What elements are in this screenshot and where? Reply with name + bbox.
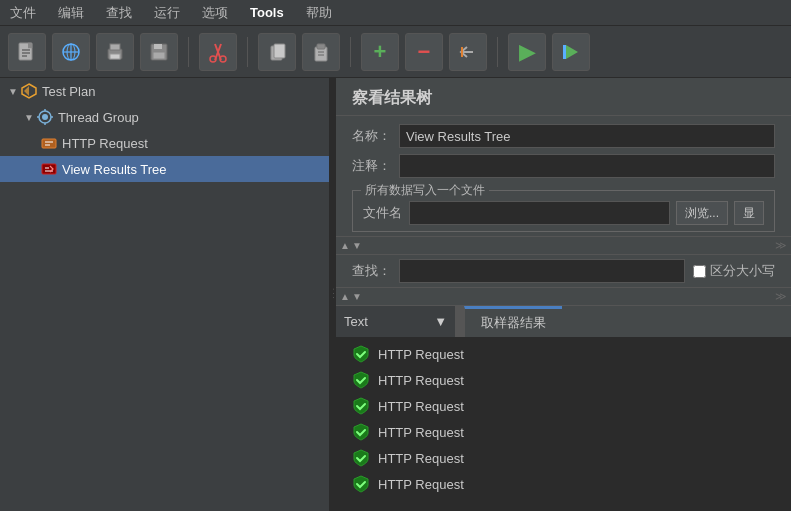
menu-find[interactable]: 查找: [102, 2, 136, 24]
result-text-4: HTTP Request: [378, 425, 464, 440]
scroll-down2[interactable]: ▼: [352, 291, 362, 302]
result-icon-3: [352, 397, 370, 415]
view-results-icon: [40, 160, 58, 178]
menu-edit[interactable]: 编辑: [54, 2, 88, 24]
result-item-6[interactable]: HTTP Request: [336, 471, 791, 497]
menu-tools[interactable]: Tools: [246, 3, 288, 22]
file-row: 文件名 浏览... 显: [363, 201, 764, 225]
svg-marker-26: [566, 45, 578, 59]
scroll-indicator-2: ▲ ▼ ≫: [336, 287, 791, 305]
name-label: 名称：: [352, 127, 391, 145]
scroll-down[interactable]: ▼: [352, 240, 362, 251]
svg-rect-13: [153, 52, 165, 59]
test-plan-icon: [20, 82, 38, 100]
dropdown-text: Text: [344, 314, 368, 329]
filename-input[interactable]: [409, 201, 670, 225]
result-item-3[interactable]: HTTP Request: [336, 393, 791, 419]
expand-arrow2: ▼: [24, 112, 34, 123]
svg-rect-10: [110, 54, 120, 59]
tree-panel: ▼ Test Plan ▼: [0, 78, 330, 511]
add-button[interactable]: +: [361, 33, 399, 71]
file-section-legend: 所有数据写入一个文件: [361, 182, 489, 199]
result-item-1[interactable]: HTTP Request: [336, 341, 791, 367]
open-button[interactable]: [52, 33, 90, 71]
menu-run[interactable]: 运行: [150, 2, 184, 24]
file-section: 所有数据写入一个文件 文件名 浏览... 显: [352, 190, 775, 232]
menu-help[interactable]: 帮助: [302, 2, 336, 24]
view-results-label: View Results Tree: [62, 162, 167, 177]
section-title: 察看结果树: [336, 78, 791, 116]
search-row: 查找： 区分大小写: [336, 254, 791, 287]
case-sensitive-checkbox[interactable]: [693, 265, 706, 278]
thread-group-icon: [36, 108, 54, 126]
tree-item-thread-group[interactable]: ▼ Thread Group: [0, 104, 329, 130]
copy-button[interactable]: [258, 33, 296, 71]
case-sensitive-area: 区分大小写: [693, 262, 775, 280]
cut-button[interactable]: [199, 33, 237, 71]
result-icon-2: [352, 371, 370, 389]
scroll-up[interactable]: ▲: [340, 240, 350, 251]
clear-button[interactable]: [449, 33, 487, 71]
http-request-icon: [40, 134, 58, 152]
result-icon-1: [352, 345, 370, 363]
menu-file[interactable]: 文件: [6, 2, 40, 24]
text-dropdown[interactable]: Text ▼: [336, 306, 456, 337]
toolbar: + − ▶: [0, 26, 791, 78]
dropdown-arrow-icon: ▼: [434, 314, 447, 329]
result-item-4[interactable]: HTTP Request: [336, 419, 791, 445]
result-text-1: HTTP Request: [378, 347, 464, 362]
svg-rect-36: [42, 139, 56, 148]
menu-options[interactable]: 选项: [198, 2, 232, 24]
svg-point-31: [42, 114, 48, 120]
tab-sampler-results[interactable]: 取样器结果: [464, 306, 562, 337]
svg-rect-9: [110, 44, 120, 50]
tree-item-test-plan[interactable]: ▼ Test Plan: [0, 78, 329, 104]
form-area: 名称： 注释：: [336, 116, 791, 186]
scroll-arrows-2[interactable]: ▲ ▼: [340, 291, 362, 302]
scroll-up2[interactable]: ▲: [340, 291, 350, 302]
result-item-2[interactable]: HTTP Request: [336, 367, 791, 393]
browse-button[interactable]: 浏览...: [676, 201, 728, 225]
paste-button[interactable]: [302, 33, 340, 71]
search-input[interactable]: [399, 259, 685, 283]
name-input[interactable]: [399, 124, 775, 148]
run-button[interactable]: ▶: [508, 33, 546, 71]
scroll-right-indicator: ≫: [775, 239, 787, 252]
display-button[interactable]: 显: [734, 201, 764, 225]
result-icon-5: [352, 449, 370, 467]
search-label: 查找：: [352, 262, 391, 280]
comment-row: 注释：: [352, 154, 775, 178]
scroll-indicator-1: ▲ ▼ ≫: [336, 236, 791, 254]
svg-rect-39: [42, 164, 56, 174]
result-item-5[interactable]: HTTP Request: [336, 445, 791, 471]
sep2: [247, 37, 248, 67]
case-sensitive-label: 区分大小写: [710, 262, 775, 280]
sep4: [497, 37, 498, 67]
svg-rect-19: [274, 44, 285, 58]
right-panel: 察看结果树 名称： 注释： 所有数据写入一个文件 文件名 浏览... 显: [336, 78, 791, 511]
minus-button[interactable]: −: [405, 33, 443, 71]
tree-item-view-results[interactable]: View Results Tree: [0, 156, 329, 182]
results-list: HTTP Request HTTP Request: [336, 337, 791, 511]
print-button[interactable]: [96, 33, 134, 71]
results-divider[interactable]: [456, 306, 464, 337]
result-icon-4: [352, 423, 370, 441]
dropdown-tab-row: Text ▼ 取样器结果: [336, 305, 791, 337]
main-layout: ▼ Test Plan ▼: [0, 78, 791, 511]
comment-label: 注释：: [352, 157, 391, 175]
result-text-2: HTTP Request: [378, 373, 464, 388]
tree-item-http-request[interactable]: HTTP Request: [0, 130, 329, 156]
run-remote-button[interactable]: [552, 33, 590, 71]
comment-input[interactable]: [399, 154, 775, 178]
http-request-label: HTTP Request: [62, 136, 148, 151]
svg-marker-29: [24, 86, 29, 96]
new-button[interactable]: [8, 33, 46, 71]
expand-arrow: ▼: [8, 86, 18, 97]
filename-label: 文件名: [363, 204, 403, 222]
result-text-5: HTTP Request: [378, 451, 464, 466]
save-button[interactable]: [140, 33, 178, 71]
svg-rect-27: [563, 45, 566, 59]
sep3: [350, 37, 351, 67]
scroll-arrows-1[interactable]: ▲ ▼: [340, 240, 362, 251]
name-row: 名称：: [352, 124, 775, 148]
